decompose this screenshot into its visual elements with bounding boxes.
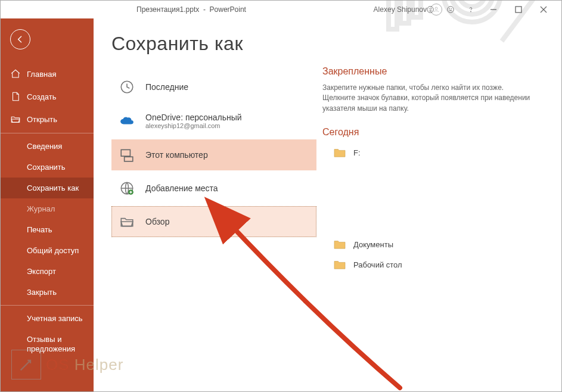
- minimize-button[interactable]: [482, 1, 505, 18]
- location-onedrive[interactable]: OneDrive: персональный alexeyship12@gmai…: [111, 105, 316, 137]
- sidebar-item-info[interactable]: Сведения: [1, 133, 94, 157]
- user-name: Alexey Shipunov: [374, 5, 427, 14]
- location-thispc[interactable]: Этот компьютер: [111, 139, 316, 170]
- frown-icon[interactable]: [441, 1, 460, 18]
- sidebar-label: Закрыть: [27, 288, 57, 297]
- sidebar-item-close[interactable]: Закрыть: [1, 282, 94, 303]
- clock-icon: [119, 79, 135, 95]
- backstage-sidebar: Главная Создать Открыть Сведения Сохрани…: [1, 18, 94, 391]
- add-place-icon: [119, 181, 135, 196]
- folder-icon: [333, 147, 346, 158]
- svg-point-9: [431, 8, 431, 9]
- help-icon[interactable]: [461, 1, 480, 18]
- location-label: Этот компьютер: [145, 150, 208, 160]
- folder-item-docs[interactable]: Документы: [331, 235, 544, 253]
- titlebar: Презентация1.pptx - PowerPoint Alexey Sh…: [1, 1, 561, 18]
- location-label: Добавление места: [145, 183, 218, 193]
- svg-point-13: [471, 11, 471, 12]
- sidebar-item-print[interactable]: Печать: [1, 219, 94, 240]
- svg-point-12: [451, 8, 452, 9]
- titlebar-title: Презентация1.pptx - PowerPoint: [108, 5, 275, 14]
- sidebar-item-save[interactable]: Сохранить: [1, 157, 94, 178]
- sidebar-item-account[interactable]: Учетная запись: [1, 305, 94, 329]
- sidebar-label: Журнал: [27, 204, 55, 213]
- sidebar-item-history[interactable]: Журнал: [1, 198, 94, 219]
- page-title: Сохранить как: [111, 33, 316, 55]
- svg-point-10: [448, 7, 454, 13]
- location-addplace[interactable]: Добавление места: [111, 173, 316, 204]
- sidebar-label: Сведения: [27, 142, 62, 151]
- browse-icon: [119, 214, 135, 229]
- computer-icon: [119, 147, 135, 163]
- sidebar-item-share[interactable]: Общий доступ: [1, 240, 94, 261]
- location-label: OneDrive: персональный: [145, 113, 242, 122]
- location-label: Обзор: [145, 217, 169, 226]
- sidebar-label: Открыть: [27, 115, 57, 124]
- watermark-cursor-icon: [11, 350, 41, 379]
- section-today-title: Сегодня: [322, 127, 544, 138]
- location-recent[interactable]: Последние: [111, 71, 316, 102]
- watermark-os: OS: [46, 356, 70, 374]
- sidebar-label: Сохранить как: [27, 183, 79, 192]
- close-button[interactable]: [532, 1, 555, 18]
- sidebar-item-open[interactable]: Открыть: [1, 108, 94, 130]
- sidebar-label: Экспорт: [27, 267, 56, 276]
- back-button[interactable]: [10, 29, 30, 49]
- watermark-helper: Helper: [70, 356, 124, 374]
- sidebar-label: Печать: [27, 225, 52, 234]
- sidebar-label: Общий доступ: [27, 246, 79, 255]
- location-browse[interactable]: Обзор: [111, 206, 316, 237]
- svg-rect-15: [516, 7, 521, 13]
- svg-point-11: [449, 8, 450, 9]
- sidebar-item-home[interactable]: Главная: [1, 63, 94, 85]
- new-icon: [10, 91, 21, 102]
- watermark: OS Helper: [11, 350, 123, 379]
- svg-point-8: [429, 8, 430, 9]
- sidebar-item-export[interactable]: Экспорт: [1, 261, 94, 282]
- folder-label: Рабочий стол: [353, 260, 402, 269]
- restore-button[interactable]: [507, 1, 530, 18]
- location-sub: alexeyship12@gmail.com: [145, 122, 242, 129]
- smile-icon[interactable]: [421, 1, 440, 18]
- section-pinned-title: Закрепленные: [322, 66, 544, 77]
- section-pinned-desc: Закрепите нужные папки, чтобы легко найт…: [322, 83, 537, 114]
- location-label: Последние: [145, 82, 188, 92]
- folder-label: Документы: [353, 240, 393, 249]
- sidebar-item-saveas[interactable]: Сохранить как: [1, 178, 94, 198]
- sidebar-item-new[interactable]: Создать: [1, 85, 94, 108]
- folder-item-desktop[interactable]: Рабочий стол: [331, 256, 544, 273]
- svg-rect-20: [125, 157, 133, 161]
- svg-point-7: [427, 7, 434, 13]
- sidebar-label: Учетная запись: [27, 314, 83, 323]
- svg-rect-19: [121, 150, 130, 156]
- folder-item-f[interactable]: F:: [331, 144, 544, 161]
- folder-label: F:: [353, 148, 361, 157]
- home-icon: [10, 69, 21, 79]
- folder-icon: [333, 259, 346, 270]
- sidebar-label: Создать: [27, 92, 56, 101]
- sidebar-label: Главная: [27, 70, 56, 79]
- sidebar-label: Сохранить: [27, 163, 66, 172]
- filename: Презентация1.pptx: [136, 5, 199, 14]
- onedrive-icon: [119, 113, 135, 129]
- folder-icon: [333, 239, 346, 250]
- open-icon: [10, 114, 21, 125]
- app-name: PowerPoint: [210, 5, 246, 14]
